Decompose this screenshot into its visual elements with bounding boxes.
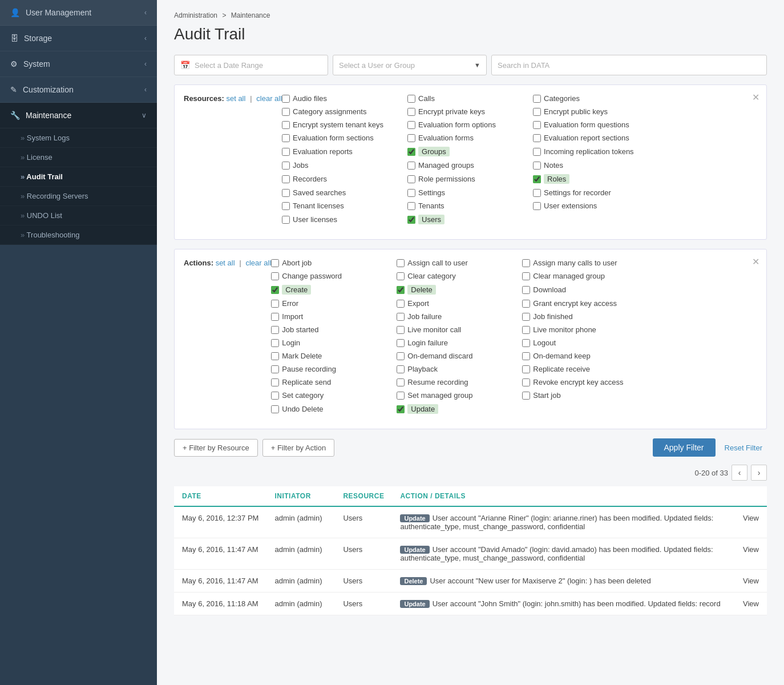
action-checkbox-assign-call[interactable] xyxy=(397,259,405,267)
action-checkbox-create[interactable] xyxy=(271,286,279,294)
apply-filter-button[interactable]: Apply Filter xyxy=(653,438,716,457)
action-checkbox-job-finished[interactable] xyxy=(522,313,530,321)
sidebar-item-user-management[interactable]: 👤 User Management ‹ xyxy=(0,0,157,26)
sidebar-item-audit-trail[interactable]: Audit Trail xyxy=(0,167,157,187)
sidebar-item-troubleshooting[interactable]: Troubleshooting xyxy=(0,225,157,245)
action-cb-live-monitor-call: Live monitor call xyxy=(397,324,522,335)
action-checkbox-on-demand-discard[interactable] xyxy=(397,352,405,360)
action-checkbox-job-failure[interactable] xyxy=(397,313,405,321)
action-checkbox-replicate-receive[interactable] xyxy=(522,365,530,373)
action-checkbox-change-password[interactable] xyxy=(271,272,279,280)
resource-checkbox-categories[interactable] xyxy=(533,95,541,103)
resource-checkbox-settings-recorder[interactable] xyxy=(533,189,541,197)
resource-checkbox-calls[interactable] xyxy=(407,95,415,103)
resource-checkbox-eval-forms[interactable] xyxy=(407,134,415,142)
sidebar-item-recording-servers[interactable]: Recording Servers xyxy=(0,187,157,206)
resource-checkbox-settings[interactable] xyxy=(407,189,415,197)
filter-by-resource-button[interactable]: + Filter by Resource xyxy=(174,439,258,457)
view-link[interactable]: View xyxy=(735,506,767,538)
resource-checkbox-incoming-replication[interactable] xyxy=(533,148,541,156)
action-checkbox-clear-category[interactable] xyxy=(397,272,405,280)
action-checkbox-abort-job[interactable] xyxy=(271,259,279,267)
reset-filter-button[interactable]: Reset Filter xyxy=(720,441,767,454)
pagination-next-button[interactable]: › xyxy=(751,465,767,481)
sidebar-item-license[interactable]: License xyxy=(0,148,157,167)
action-checkbox-login-failure[interactable] xyxy=(397,339,405,347)
resource-checkbox-encrypt-private[interactable] xyxy=(407,108,415,116)
action-checkbox-error[interactable] xyxy=(271,300,279,308)
resource-checkbox-tenants[interactable] xyxy=(407,202,415,210)
cell-date: May 6, 2016, 11:47 AM xyxy=(174,538,266,570)
pagination-prev-button[interactable]: ‹ xyxy=(732,465,747,481)
sidebar-item-customization[interactable]: ✎ Customization ‹ xyxy=(0,77,157,103)
view-link[interactable]: View xyxy=(735,593,767,615)
actions-close-button[interactable]: ✕ xyxy=(752,256,759,267)
action-checkbox-clear-managed-group[interactable] xyxy=(522,272,530,280)
action-checkbox-replicate-send[interactable] xyxy=(271,378,279,386)
sidebar-item-system-logs[interactable]: System Logs xyxy=(0,128,157,148)
action-checkbox-set-managed-group[interactable] xyxy=(397,392,405,400)
action-checkbox-undo-delete[interactable] xyxy=(271,405,279,413)
view-link[interactable]: View xyxy=(735,538,767,570)
user-group-filter[interactable]: Select a User or Group ▼ xyxy=(333,55,487,75)
resource-checkbox-encrypt-public[interactable] xyxy=(533,108,541,116)
action-checkbox-logout[interactable] xyxy=(522,339,530,347)
action-cb-logout: Logout xyxy=(522,337,648,348)
search-filter[interactable]: Search in DATA xyxy=(491,55,767,75)
resources-clear-all-link[interactable]: clear all xyxy=(256,94,282,103)
date-range-filter[interactable]: 📅 Select a Date Range xyxy=(174,55,328,75)
action-checkbox-live-monitor-phone[interactable] xyxy=(522,326,530,334)
sidebar-item-system[interactable]: ⚙ System ‹ xyxy=(0,51,157,77)
action-checkbox-download[interactable] xyxy=(522,286,530,294)
resource-checkbox-role-permissions[interactable] xyxy=(407,175,415,183)
resource-checkbox-category-assignments[interactable] xyxy=(282,108,290,116)
resource-checkbox-users[interactable] xyxy=(407,216,415,224)
action-cb-update: Update xyxy=(397,403,522,415)
action-checkbox-pause-recording[interactable] xyxy=(271,365,279,373)
resource-checkbox-audio-files[interactable] xyxy=(282,95,290,103)
resource-checkbox-jobs[interactable] xyxy=(282,162,290,170)
action-checkbox-job-started[interactable] xyxy=(271,326,279,334)
filter-by-action-button[interactable]: + Filter by Action xyxy=(262,439,334,457)
resource-checkbox-eval-form-sections[interactable] xyxy=(282,134,290,142)
action-checkbox-revoke-encrypt[interactable] xyxy=(522,378,530,386)
resource-checkbox-user-licenses[interactable] xyxy=(282,216,290,224)
resources-close-button[interactable]: ✕ xyxy=(752,92,759,103)
resource-checkbox-eval-form-questions[interactable] xyxy=(533,121,541,129)
actions-clear-all-link[interactable]: clear all xyxy=(245,259,271,267)
sidebar-item-maintenance[interactable]: 🔧 Maintenance ∨ xyxy=(0,103,157,128)
resource-checkbox-groups[interactable] xyxy=(407,148,415,156)
action-checkbox-login[interactable] xyxy=(271,339,279,347)
action-checkbox-assign-many[interactable] xyxy=(522,259,530,267)
action-checkbox-import[interactable] xyxy=(271,313,279,321)
action-checkbox-on-demand-keep[interactable] xyxy=(522,352,530,360)
action-checkbox-delete[interactable] xyxy=(397,286,405,294)
action-checkbox-grant-encrypt[interactable] xyxy=(522,300,530,308)
resource-checkbox-encrypt-system[interactable] xyxy=(282,121,290,129)
resource-checkbox-eval-form-options[interactable] xyxy=(407,121,415,129)
sidebar-item-storage[interactable]: 🗄 Storage ‹ xyxy=(0,26,157,51)
resource-checkbox-user-extensions[interactable] xyxy=(533,202,541,210)
view-link[interactable]: View xyxy=(735,570,767,593)
action-checkbox-live-monitor-call[interactable] xyxy=(397,326,405,334)
action-checkbox-mark-delete[interactable] xyxy=(271,352,279,360)
action-checkbox-set-category[interactable] xyxy=(271,392,279,400)
resource-checkbox-tenant-licenses[interactable] xyxy=(282,202,290,210)
resource-checkbox-eval-report-sections[interactable] xyxy=(533,134,541,142)
action-checkbox-update[interactable] xyxy=(397,405,405,413)
action-checkbox-playback[interactable] xyxy=(397,365,405,373)
resource-checkbox-notes[interactable] xyxy=(533,162,541,170)
action-checkbox-export[interactable] xyxy=(397,300,405,308)
resources-set-all-link[interactable]: set all xyxy=(226,94,245,103)
resource-checkbox-recorders[interactable] xyxy=(282,175,290,183)
sidebar-item-undo-list[interactable]: UNDO List xyxy=(0,206,157,225)
resource-checkbox-eval-reports[interactable] xyxy=(282,148,290,156)
user-management-icon: 👤 xyxy=(10,8,20,17)
action-checkbox-resume-recording[interactable] xyxy=(397,378,405,386)
action-checkbox-start-job[interactable] xyxy=(522,392,530,400)
actions-set-all-link[interactable]: set all xyxy=(216,259,235,267)
resource-checkbox-saved-searches[interactable] xyxy=(282,189,290,197)
resource-checkbox-managed-groups[interactable] xyxy=(407,162,415,170)
resource-cb-roles: Roles xyxy=(533,173,658,185)
resource-checkbox-roles[interactable] xyxy=(533,175,541,183)
